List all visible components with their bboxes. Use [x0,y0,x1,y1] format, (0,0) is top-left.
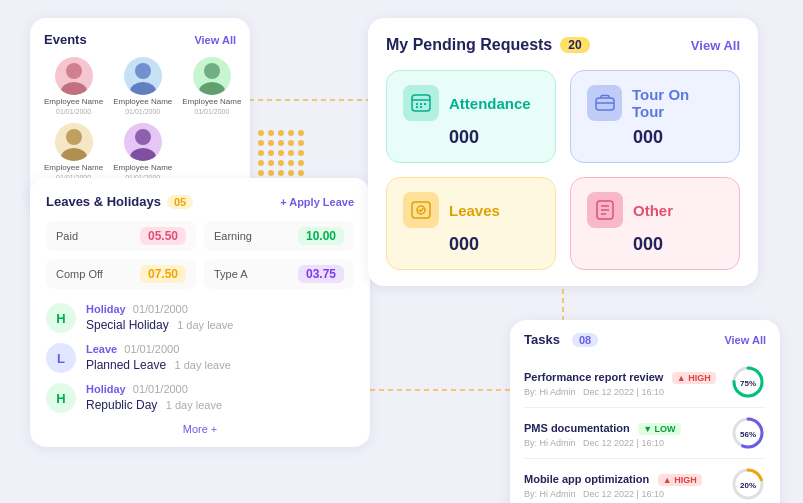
attendance-count: 000 [449,127,539,148]
task-row-3: Mobile app optimization ▲ HIGH By: Hi Ad… [524,466,766,502]
other-count: 000 [633,234,723,255]
task-item-3: Mobile app optimization ▲ HIGH By: Hi Ad… [524,459,766,503]
svg-text:75%: 75% [740,379,756,388]
pending-badge: 20 [560,37,589,53]
request-other[interactable]: Other 000 [570,177,740,270]
task-info-3: Mobile app optimization ▲ HIGH By: Hi Ad… [524,469,702,499]
pending-header: My Pending Requests 20 View All [386,36,740,54]
employee-4: Employee Name 01/01/2000 [44,123,103,181]
avatar-1 [55,57,93,95]
svg-point-5 [61,82,87,95]
other-icon [587,192,623,228]
leave-date-1: 01/01/2000 [133,303,188,315]
leave-list: H Holiday 01/01/2000 Special Holiday 1 d… [46,303,354,413]
events-view-all[interactable]: View All [194,34,236,46]
leave-desc-text-1: Special Holiday [86,318,169,332]
emp-name-1: Employee Name [44,97,103,106]
svg-rect-17 [420,103,422,105]
tour-count: 000 [633,127,723,148]
svg-rect-16 [416,103,418,105]
svg-point-13 [130,148,156,161]
task-priority-2: ▼ LOW [638,423,680,435]
svg-rect-18 [424,103,426,105]
leave-date-3: 01/01/2000 [133,383,188,395]
stat-paid-value: 05.50 [140,227,186,245]
stat-paid: Paid 05.50 [46,221,196,251]
leave-desc-2: Planned Leave 1 day leave [86,355,354,373]
task-name-3: Mobile app optimization [524,473,649,485]
task-info-1: Performance report review ▲ HIGH By: Hi … [524,367,716,397]
task-meta-2: By: Hi Admin Dec 12 2022 | 16:10 [524,438,681,448]
stat-paid-label: Paid [56,230,78,242]
svg-rect-19 [416,106,418,108]
svg-point-6 [135,63,151,79]
leave-type-line-1: Holiday 01/01/2000 [86,303,354,315]
stat-compoff: Comp Off 07.50 [46,259,196,289]
stat-typea: Type A 03.75 [204,259,354,289]
task-item-1: Performance report review ▲ HIGH By: Hi … [524,357,766,408]
leave-item-2: L Leave 01/01/2000 Planned Leave 1 day l… [46,343,354,373]
leave-type-1: Holiday [86,303,126,315]
request-leaves[interactable]: Leaves 000 [386,177,556,270]
avatar-2 [124,57,162,95]
tasks-title-group: Tasks 08 [524,332,598,347]
request-attendance[interactable]: Attendance 000 [386,70,556,163]
apply-leave-button[interactable]: + Apply Leave [280,196,354,208]
task-meta-3: By: Hi Admin Dec 12 2022 | 16:10 [524,489,702,499]
emp-name-2: Employee Name [113,97,172,106]
other-header: Other [587,192,723,228]
leave-stats: Paid 05.50 Earning 10.00 Comp Off 07.50 … [46,221,354,289]
tour-header: Tour On Tour [587,85,723,121]
request-tour[interactable]: Tour On Tour 000 [570,70,740,163]
leave-days-1: 1 day leave [177,319,233,331]
leave-avatar-3: H [46,383,76,413]
emp-date-3: 01/01/2000 [194,108,229,115]
task-name-1: Performance report review [524,371,663,383]
leave-info-3: Holiday 01/01/2000 Republic Day 1 day le… [86,383,354,413]
leaves-count: 000 [449,234,539,255]
task-priority-3: ▲ HIGH [658,474,702,486]
svg-text:20%: 20% [740,481,756,490]
task-progress-3: 20% [730,466,766,502]
tasks-badge: 08 [572,333,598,347]
pending-view-all[interactable]: View All [691,38,740,53]
tasks-view-all[interactable]: View All [724,334,766,346]
leave-desc-3: Republic Day 1 day leave [86,395,354,413]
leave-type-3: Holiday [86,383,126,395]
task-item-2: PMS documentation ▼ LOW By: Hi Admin Dec… [524,408,766,459]
leave-item-3: H Holiday 01/01/2000 Republic Day 1 day … [46,383,354,413]
emp-name-3: Employee Name [182,97,241,106]
emp-name-5: Employee Name [113,163,172,172]
other-label: Other [633,202,673,219]
employee-3: Employee Name 01/01/2000 [182,57,241,115]
pending-title: My Pending Requests [386,36,552,54]
leave-desc-text-2: Planned Leave [86,358,166,372]
svg-point-4 [66,63,82,79]
emp-name-4: Employee Name [44,163,103,172]
leave-type-line-2: Leave 01/01/2000 [86,343,354,355]
request-grid: Attendance 000 Tour On Tour 000 Leaves 0… [386,70,740,270]
task-progress-2: 56% [730,415,766,451]
task-row-2: PMS documentation ▼ LOW By: Hi Admin Dec… [524,415,766,451]
svg-point-8 [204,63,220,79]
leave-info-2: Leave 01/01/2000 Planned Leave 1 day lea… [86,343,354,373]
leaves-title: Leaves & Holidays [46,194,161,209]
task-name-line-3: Mobile app optimization ▲ HIGH [524,469,702,487]
employee-5: Employee Name 01/01/2000 [113,123,172,181]
avatar-5 [124,123,162,161]
leave-desc-1: Special Holiday 1 day leave [86,315,354,333]
task-info-2: PMS documentation ▼ LOW By: Hi Admin Dec… [524,418,681,448]
task-progress-1: 75% [730,364,766,400]
leave-desc-text-3: Republic Day [86,398,157,412]
tasks-title: Tasks [524,332,560,347]
svg-rect-20 [420,106,422,108]
employee-2: Employee Name 01/01/2000 [113,57,172,115]
leave-type-2: Leave [86,343,117,355]
svg-point-12 [135,129,151,145]
stat-earning-value: 10.00 [298,227,344,245]
events-header: Events View All [44,32,236,47]
svg-point-10 [66,129,82,145]
tasks-header: Tasks 08 View All [524,332,766,347]
leaves-more[interactable]: More + [46,423,354,435]
task-priority-1: ▲ HIGH [672,372,716,384]
